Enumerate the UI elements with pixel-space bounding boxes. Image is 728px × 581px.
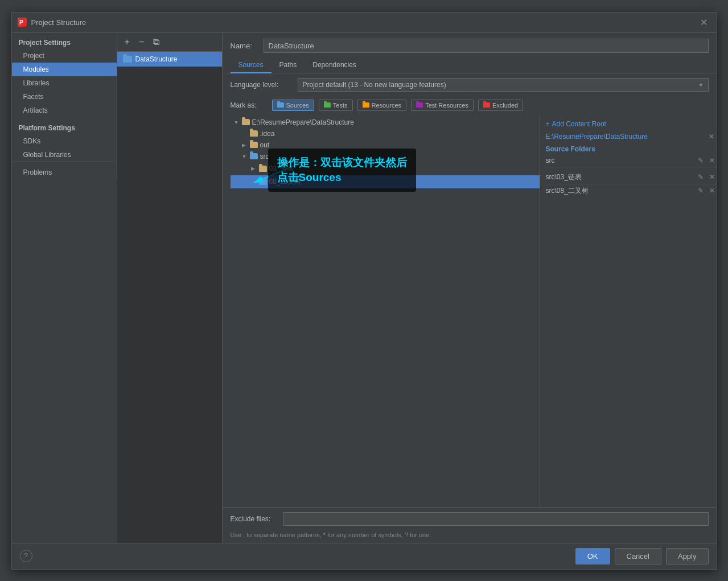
svg-text:P: P bbox=[19, 19, 23, 26]
plus-icon: + bbox=[546, 120, 550, 128]
chevron-down-icon: ▼ bbox=[234, 120, 240, 125]
cancel-button[interactable]: Cancel bbox=[615, 548, 661, 564]
sidebar-item-global-libraries[interactable]: Global Libraries bbox=[12, 148, 117, 162]
sources-folder-icon bbox=[277, 102, 284, 108]
edit-03-button[interactable]: ✎ bbox=[696, 172, 705, 182]
chevron-03-icon: ▶ bbox=[251, 166, 257, 171]
sidebar-item-libraries[interactable]: Libraries bbox=[12, 76, 117, 90]
mark-tests-label: Tests bbox=[333, 102, 348, 109]
name-label: Name: bbox=[231, 42, 259, 50]
module-list: DataStructure bbox=[117, 52, 223, 67]
main-content: Project Settings Project Modules Librari… bbox=[12, 33, 717, 543]
exclude-files-input[interactable] bbox=[283, 512, 709, 526]
copy-module-button[interactable]: ⧉ bbox=[150, 36, 162, 48]
module-item-label: DataStructure bbox=[135, 55, 178, 63]
sidebar-item-problems[interactable]: Problems bbox=[12, 166, 117, 179]
sidebar-item-modules[interactable]: Modules bbox=[12, 63, 117, 76]
title-bar-left: P Project Structure bbox=[18, 18, 87, 27]
source-folders-label: Source Folders bbox=[546, 143, 717, 154]
mark-tests-button[interactable]: Tests bbox=[319, 100, 353, 111]
tree-item-idea[interactable]: .idea bbox=[231, 128, 540, 139]
content-root-close-button[interactable]: ✕ bbox=[706, 133, 717, 141]
module-folder-icon bbox=[123, 56, 132, 63]
mark-resources-label: Resources bbox=[372, 102, 402, 109]
sidebar-item-artifacts[interactable]: Artifacts bbox=[12, 104, 117, 117]
source-folder-item-03: src\03_链表 ✎ ✕ bbox=[546, 171, 717, 184]
module-toolbar: + − ⧉ bbox=[117, 33, 222, 52]
project-settings-header: Project Settings bbox=[12, 35, 117, 49]
file-tree-container: ▼ E:\ResumePrepare\DataStructure .idea bbox=[223, 114, 717, 507]
remove-08-button[interactable]: ✕ bbox=[708, 186, 717, 195]
mark-resources-button[interactable]: Resources bbox=[357, 100, 407, 111]
source-folder-08-actions: ✎ ✕ bbox=[696, 186, 717, 195]
tree-src-label: src bbox=[260, 153, 269, 160]
language-level-row: Language level: Project default (13 - No… bbox=[223, 73, 717, 96]
sidebar-item-sdks-label: SDKs bbox=[23, 137, 41, 145]
sidebar-item-project[interactable]: Project bbox=[12, 49, 117, 63]
language-level-select-wrapper: Project default (13 - No new language fe… bbox=[298, 78, 709, 92]
tree-item-08-binary-tree[interactable]: 08_二叉树 bbox=[231, 175, 540, 188]
edit-src-button[interactable]: ✎ bbox=[696, 156, 705, 165]
sidebar-item-sdks[interactable]: SDKs bbox=[12, 134, 117, 148]
sidebar-item-modules-label: Modules bbox=[23, 65, 49, 73]
tree-item-src[interactable]: ▼ src bbox=[231, 151, 540, 162]
file-tree: ▼ E:\ResumePrepare\DataStructure .idea bbox=[223, 114, 540, 507]
exclude-row: Exclude files: bbox=[223, 507, 717, 530]
source-folder-item-src: src ✎ ✕ bbox=[546, 154, 717, 167]
tab-dependencies[interactable]: Dependencies bbox=[305, 57, 364, 73]
tab-sources-label: Sources bbox=[238, 61, 264, 69]
add-module-button[interactable]: + bbox=[122, 36, 133, 48]
ok-button[interactable]: OK bbox=[575, 548, 610, 564]
mark-test-resources-button[interactable]: Test Resources bbox=[411, 100, 474, 111]
edit-08-button[interactable]: ✎ bbox=[696, 186, 705, 195]
add-content-root-button[interactable]: + Add Content Root bbox=[546, 118, 717, 130]
chevron-src-down-icon: ▼ bbox=[242, 154, 248, 159]
apply-button[interactable]: Apply bbox=[666, 548, 709, 564]
idea-folder-icon bbox=[250, 130, 258, 137]
language-level-label: Language level: bbox=[231, 81, 293, 89]
tree-item-out[interactable]: ▶ out bbox=[231, 139, 540, 151]
language-level-select[interactable]: Project default (13 - No new language fe… bbox=[298, 78, 709, 92]
sidebar-item-global-libraries-label: Global Libraries bbox=[23, 151, 71, 159]
sidebar-item-project-label: Project bbox=[23, 52, 44, 60]
sidebar-item-facets[interactable]: Facets bbox=[12, 90, 117, 104]
left-sidebar: Project Settings Project Modules Librari… bbox=[12, 33, 117, 543]
tree-03-chain-label: 03_链表 bbox=[269, 164, 294, 174]
chain-folder-icon bbox=[259, 166, 267, 172]
tabs-bar: Sources Paths Dependencies bbox=[223, 57, 717, 73]
mark-sources-button[interactable]: Sources bbox=[272, 100, 314, 111]
remove-module-button[interactable]: − bbox=[136, 36, 147, 48]
name-input[interactable] bbox=[264, 39, 709, 53]
source-folder-item-08: src\08_二叉树 ✎ ✕ bbox=[546, 184, 717, 197]
help-button[interactable]: ? bbox=[20, 550, 32, 562]
mark-excluded-button[interactable]: Excluded bbox=[478, 100, 523, 111]
test-resources-folder-icon bbox=[416, 102, 423, 108]
tree-item-03-chain[interactable]: ▶ 03_链表 bbox=[231, 162, 540, 175]
sidebar-item-facets-label: Facets bbox=[23, 93, 44, 101]
tree-root[interactable]: ▼ E:\ResumePrepare\DataStructure bbox=[231, 117, 540, 128]
tree-08-binary-label: 08_二叉树 bbox=[269, 177, 301, 187]
module-list-item-datastructure[interactable]: DataStructure bbox=[117, 52, 222, 67]
chevron-right-icon: ▶ bbox=[242, 142, 248, 148]
source-folders-panel: + Add Content Root E:\ResumePrepare\Data… bbox=[540, 114, 717, 507]
mark-as-label: Mark as: bbox=[231, 101, 268, 109]
bottom-bar: ? OK Cancel Apply bbox=[12, 543, 717, 569]
tab-dependencies-label: Dependencies bbox=[312, 61, 356, 69]
tab-paths[interactable]: Paths bbox=[272, 57, 305, 73]
remove-03-button[interactable]: ✕ bbox=[708, 172, 717, 182]
remove-src-button[interactable]: ✕ bbox=[708, 156, 717, 165]
binary-tree-folder-icon bbox=[259, 179, 267, 185]
tests-folder-icon bbox=[324, 102, 331, 108]
tab-sources[interactable]: Sources bbox=[231, 57, 272, 73]
source-folder-08-name: src\08_二叉树 bbox=[546, 186, 696, 196]
content-root-path: E:\ResumePrepare\DataStructure bbox=[546, 133, 706, 141]
project-structure-dialog: P Project Structure ✕ Project Settings P… bbox=[11, 12, 717, 570]
tab-paths-label: Paths bbox=[279, 61, 297, 69]
source-folder-src-actions: ✎ ✕ bbox=[696, 156, 717, 165]
mark-test-resources-label: Test Resources bbox=[425, 102, 468, 109]
window-title: Project Structure bbox=[31, 18, 87, 27]
exclude-files-label: Exclude files: bbox=[231, 515, 279, 523]
out-folder-icon bbox=[250, 142, 258, 148]
sidebar-item-artifacts-label: Artifacts bbox=[23, 106, 48, 114]
close-button[interactable]: ✕ bbox=[697, 16, 711, 29]
